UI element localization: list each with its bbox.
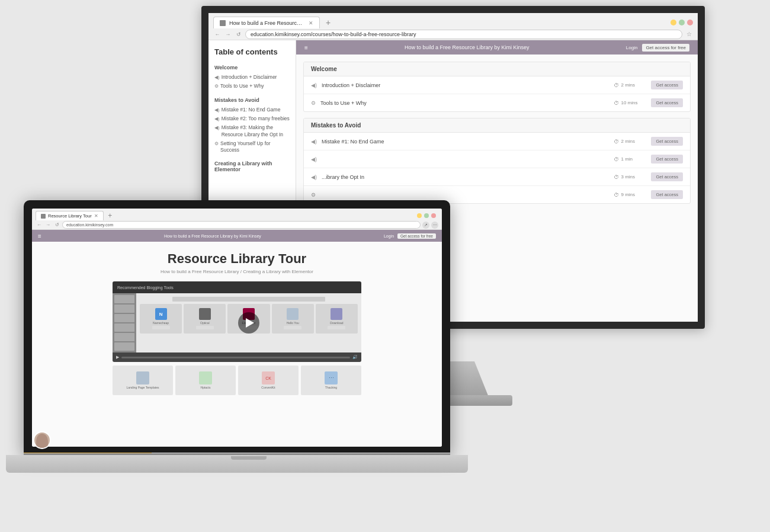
browser-tabs: How to build a Free Resource Li... ✕ + [208,13,698,28]
convertkit-label: ConvertKit [261,386,275,389]
toc-item-mistake2[interactable]: ◀) Mistake #2: Too many freebies [214,114,290,123]
reload-button[interactable]: ↺ [235,30,243,39]
clock-icon-6: ⏱ [614,192,619,198]
address-bar[interactable]: education.kimikinsey.com/courses/how-to-… [245,30,682,39]
new-tab-button[interactable]: + [322,17,334,28]
clock-icon-4: ⏱ [614,156,619,162]
settings-lesson-icon-2: ⚙ [311,192,316,198]
namecheap-logo: N [155,308,167,320]
lesson-mistake1-time: 2 mins [621,139,635,144]
toc-item-intro-label: Introduction + Disclaimer [222,74,277,81]
back-button[interactable]: ← [213,30,222,39]
hamburger-menu-icon[interactable]: ≡ [304,44,308,51]
laptop-address-bar[interactable]: education.kimikinsey.com [62,221,421,229]
settings-icon-2: ⚙ [214,141,219,147]
convertkit-logo: CK [262,371,275,384]
toc-item-setting[interactable]: ⚙ Setting Yourself Up for Success [214,139,290,155]
lesson-mistake2-time: 1 min [621,156,633,162]
video-sidebar-item-2 [114,305,134,313]
lesson-mistake1-title: Mistake #1: No End Game [322,139,609,145]
settings-lesson-icon: ⚙ [311,100,316,106]
lesson-mistake1-duration: ⏱ 2 mins [614,139,646,145]
clock-icon-5: ⏱ [614,174,619,180]
video-play-button[interactable] [238,312,259,334]
audio-icon: ◀) [214,75,220,81]
toc-item-mistake3[interactable]: ◀) Mistake #3: Making the Resource Libra… [214,123,290,139]
laptop-new-tab-button[interactable]: + [105,211,115,220]
video-volume-icon[interactable]: 🔊 [352,355,358,360]
toc-item-tools-label: Tools to Use + Why [220,83,264,89]
hptacts-label: Hptacts [201,386,211,389]
laptop-window-maximize[interactable] [424,213,429,218]
toc-item-intro[interactable]: ◀) Introduction + Disclaimer [214,73,290,82]
lesson-intro-duration: ⏱ 2 mins [614,82,646,88]
video-controls-bar: ▶ 🔊 [113,352,361,362]
settings-icon: ⚙ [214,84,219,89]
get-access-header-button[interactable]: Get access for free [642,44,689,52]
laptop-ext-btn-1[interactable]: ↗ [422,222,429,229]
optical-cta [196,326,214,329]
laptop-window-close[interactable] [431,213,436,218]
video-progress-bar[interactable] [121,357,350,358]
forward-button[interactable]: → [224,30,232,39]
video-top-bar-text: Recommended Blogging Tools [117,286,174,290]
laptop-hamburger-icon[interactable]: ≡ [38,233,41,239]
laptop-tool-hptacts: Hptacts [175,366,236,395]
video-sidebar-item-6 [114,342,134,351]
get-access-mistake1-button[interactable]: Get access [651,137,683,146]
laptop-access-button[interactable]: Get access for free [397,233,436,239]
laptop-header-actions: Login Get access for free [384,233,436,239]
laptop-tab-close-icon[interactable]: ✕ [94,213,98,219]
clock-icon-2: ⏱ [614,100,619,106]
optical-label: Optical [200,321,210,325]
video-tool-optical: Optical [184,304,226,334]
toc-item-tools[interactable]: ⚙ Tools to Use + Why [214,82,290,91]
audio-lesson-icon-2: ◀) [311,139,317,145]
video-tool-namecheap: N Namecheap [140,304,182,334]
laptop-browser-chrome: Resource Library Tour ✕ + ← → ↺ [32,209,442,230]
namecheap-cta [152,326,170,329]
laptop-content: Resource Library Tour How to build a Fre… [32,242,442,447]
laptop-forward-button[interactable]: → [44,222,52,229]
window-maximize-btn[interactable] [679,20,685,25]
video-tool-hello: Hello You [272,304,314,334]
video-sidebar-item-3 [114,314,134,322]
laptop-window-minimize[interactable] [417,213,422,218]
browser-tab-active[interactable]: How to build a Free Resource Li... ✕ [213,17,320,28]
bookmark-icon[interactable]: ☆ [685,30,693,39]
audio-lesson-icon-3: ◀) [311,156,317,162]
get-access-intro-button[interactable]: Get access [651,81,683,89]
laptop-tab-active[interactable]: Resource Library Tour ✕ [36,211,104,220]
login-button[interactable]: Login [626,45,638,50]
audio-icon-4: ◀) [214,125,220,131]
video-title-bar [172,297,325,302]
thacking-logo: ⋯ [325,371,338,384]
window-minimize-btn[interactable] [670,20,676,25]
laptop-login-button[interactable]: Login [384,234,394,238]
video-play-control-icon[interactable]: ▶ [116,355,119,360]
window-close-btn[interactable] [687,20,693,25]
lesson-mistake3-duration: ⏱ 3 mins [614,174,646,180]
laptop-screen-frame: Resource Library Tour ✕ + ← → ↺ [24,200,450,455]
video-tool-download: Download [316,304,358,334]
laptop-back-button[interactable]: ← [36,222,43,229]
video-top-bar: Recommended Blogging Tools [113,281,361,293]
get-access-setting-button[interactable]: Get access [651,190,683,199]
get-access-mistake3-button[interactable]: Get access [651,172,683,181]
video-main-area: N Namecheap Optical [136,293,361,352]
tab-close-icon[interactable]: ✕ [309,20,313,26]
get-access-tools-button[interactable]: Get access [651,98,683,107]
header-actions: Login Get access for free [626,44,689,52]
laptop-header-title: How to build a Free Resource Library by … [164,234,261,238]
toc-item-mistake1[interactable]: ◀) Mistake #1: No End Game [214,105,290,114]
toc-item-mistake1-label: Mistake #1: No End Game [222,107,281,113]
welcome-section-card: Welcome ◀) Introduction + Disclaimer ⏱ 2… [303,62,691,112]
optical-logo [199,308,211,320]
laptop-ext-btn-2[interactable]: ⋯ [431,222,438,229]
audio-lesson-icon: ◀) [311,82,317,88]
laptop-reload-button[interactable]: ↺ [53,222,60,229]
laptop-tab-label: Resource Library Tour [48,213,92,219]
lesson-intro-title: Introduction + Disclaimer [322,82,609,88]
get-access-mistake2-button[interactable]: Get access [651,155,683,164]
lesson-mistake3-time: 3 mins [621,174,635,180]
